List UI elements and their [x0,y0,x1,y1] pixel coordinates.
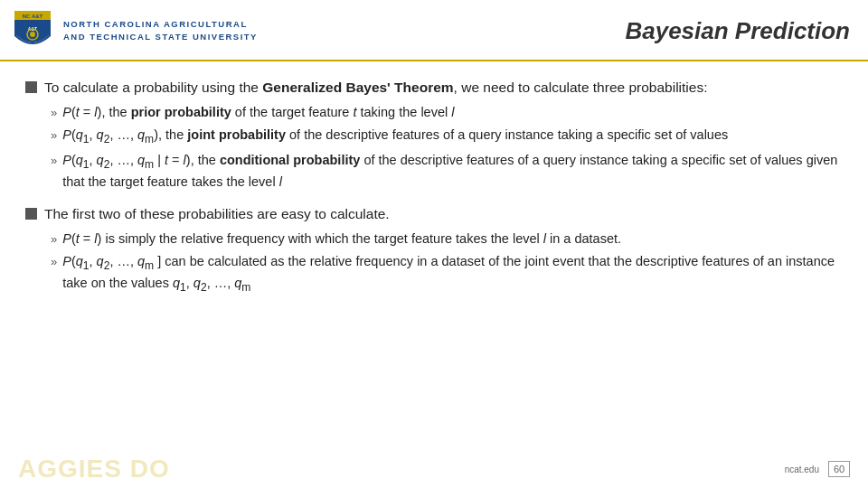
bullet-square-2 [25,208,37,220]
footer: AGGIES DO ncat.edu 60 [0,450,868,488]
sub-text-3: P(q1, q2, …, qm | t = l), the conditiona… [62,151,843,192]
sub-bullet-2a: » P(t = l) is simply the relative freque… [51,230,843,249]
page-number: 60 [828,461,850,477]
section1-main: To calculate a probability using the Gen… [25,78,843,98]
sub-bullet-2: » P(q1, q2, …, qm), the joint probabilit… [51,126,843,147]
logo-area: NC A&T A&T North Carolina Agricultural a… [11,7,258,54]
footer-right: ncat.edu 60 [785,461,850,477]
section2-main: The first two of these probabilities are… [25,204,843,224]
chevron-icon-3: » [51,153,57,169]
svg-point-4 [30,32,35,37]
section2-main-text: The first two of these probabilities are… [44,204,390,224]
section1-sub-bullets: » P(t = l), the prior probability of the… [51,103,843,191]
section-1: To calculate a probability using the Gen… [25,78,843,192]
main-content: To calculate a probability using the Gen… [0,61,868,317]
sub-text-2b: P(q1, q2, …, qm ] can be calculated as t… [62,252,843,296]
bullet-square-1 [25,81,37,93]
chevron-icon-2b: » [51,254,57,270]
section2-sub-bullets: » P(t = l) is simply the relative freque… [51,230,843,296]
slide-title: Bayesian Prediction [625,17,850,45]
sub-text-2a: P(t = l) is simply the relative frequenc… [62,230,621,249]
svg-text:NC A&T: NC A&T [23,14,43,19]
chevron-icon-2: » [51,127,57,144]
header: NC A&T A&T North Carolina Agricultural a… [0,0,868,61]
university-name-line1: North Carolina Agricultural [63,18,258,31]
ncat-url: ncat.edu [785,465,819,474]
sub-bullet-2b: » P(q1, q2, …, qm ] can be calculated as… [51,252,843,296]
chevron-icon-1: » [51,105,57,121]
aggies-do-watermark: AGGIES DO [18,455,170,483]
sub-text-2: P(q1, q2, …, qm), the joint probability … [62,126,728,147]
sub-text-1: P(t = l), the prior probability of the t… [62,103,454,122]
university-text: North Carolina Agricultural and Technica… [63,18,258,44]
university-shield: NC A&T A&T [11,7,54,54]
bold-theorem: Generalized Bayes' Theorem [262,80,453,95]
section1-main-text: To calculate a probability using the Gen… [44,78,707,98]
slide: NC A&T A&T North Carolina Agricultural a… [0,0,868,488]
chevron-icon-2a: » [51,231,57,248]
sub-bullet-1: » P(t = l), the prior probability of the… [51,103,843,122]
section-2: The first two of these probabilities are… [25,204,843,296]
sub-bullet-3: » P(q1, q2, …, qm | t = l), the conditio… [51,151,843,192]
university-name-line2: and Technical State University [63,31,258,43]
